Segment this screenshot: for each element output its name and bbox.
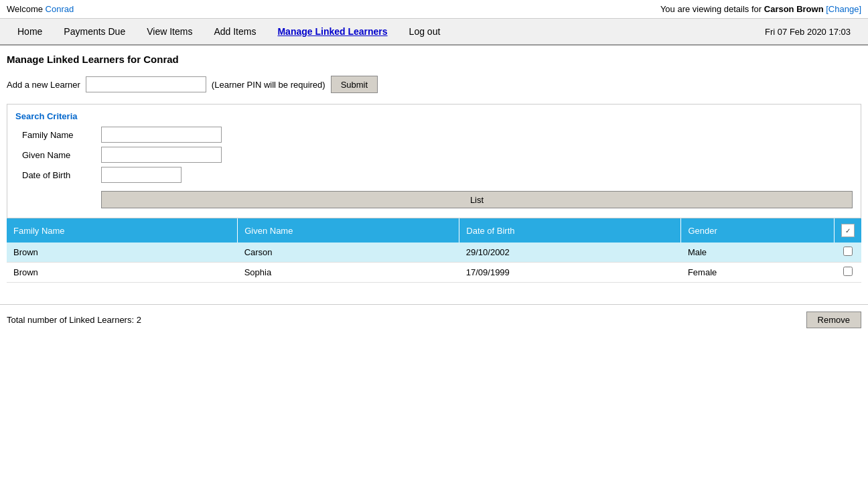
add-learner-input[interactable] [86,76,206,92]
dob-input[interactable] [101,167,182,183]
viewing-name: Carson Brown [764,4,824,14]
nav-item-view-items[interactable]: View Items [136,19,203,44]
table-body: BrownCarson29/10/2002MaleBrownSophia17/0… [7,243,861,283]
col-select: ✓ [835,218,862,243]
family-name-input[interactable] [101,127,222,143]
search-criteria-title[interactable]: Search Criteria [15,111,853,121]
cell-family_name-0: Brown [7,243,238,263]
total-learners-text: Total number of Linked Learners: 2 [7,315,141,325]
table-header: Family Name Given Name Date of Birth Gen… [7,218,861,243]
welcome-message: Welcome Conrad [7,4,74,14]
page-title: Manage Linked Learners for Conrad [7,54,861,65]
cell-checkbox-1 [835,263,862,283]
nav-item-manage-linked-learners[interactable]: Manage Linked Learners [267,19,398,44]
table-row: BrownCarson29/10/2002Male [7,243,861,263]
col-given-name: Given Name [238,218,459,243]
cell-gender-0: Male [681,243,835,263]
viewing-text: You are viewing details for [660,4,764,14]
family-name-row: Family Name [22,127,853,143]
add-learner-hint: (Learner PIN will be required) [212,80,326,90]
cell-family_name-1: Brown [7,263,238,283]
cell-gender-1: Female [681,263,835,283]
given-name-input[interactable] [101,147,222,163]
col-dob: Date of Birth [459,218,681,243]
nav-bar: Home Payments Due View Items Add Items M… [0,19,868,46]
user-link[interactable]: Conrad [46,4,74,14]
cell-given_name-1: Sophia [238,263,459,283]
footer: Total number of Linked Learners: 2 Remov… [0,304,868,335]
row-checkbox-0[interactable] [843,247,853,256]
dob-label: Date of Birth [22,170,96,180]
list-button[interactable]: List [101,191,853,208]
datetime-display: Fri 07 Feb 2020 17:03 [754,20,861,44]
remove-button[interactable]: Remove [806,312,861,328]
change-link[interactable]: [Change] [826,4,861,14]
search-criteria-section: Search Criteria Family Name Given Name D… [7,104,861,218]
cell-checkbox-0 [835,243,862,263]
criteria-form: Family Name Given Name Date of Birth Lis… [15,127,853,208]
submit-button[interactable]: Submit [331,76,378,93]
nav-item-payments-due[interactable]: Payments Due [53,19,136,44]
col-gender: Gender [681,218,835,243]
row-checkbox-1[interactable] [843,267,853,276]
dob-row: Date of Birth [22,167,853,183]
given-name-label: Given Name [22,150,96,160]
cell-given_name-0: Carson [238,243,459,263]
add-learner-label: Add a new Learner [7,80,80,90]
cell-dob-1: 17/09/1999 [459,263,681,283]
cell-dob-0: 29/10/2002 [459,243,681,263]
family-name-label: Family Name [22,130,96,140]
table-row: BrownSophia17/09/1999Female [7,263,861,283]
export-icon[interactable]: ✓ [841,224,855,237]
nav-item-log-out[interactable]: Log out [399,19,451,44]
top-bar: Welcome Conrad You are viewing details f… [0,0,868,19]
nav-item-add-items[interactable]: Add Items [203,19,267,44]
col-family-name: Family Name [7,218,238,243]
page-content: Manage Linked Learners for Conrad Add a … [0,46,868,291]
nav-item-home[interactable]: Home [7,19,53,44]
welcome-prefix: Welcome [7,4,46,14]
viewing-info: You are viewing details for Carson Brown… [660,4,861,14]
given-name-row: Given Name [22,147,853,163]
results-table: Family Name Given Name Date of Birth Gen… [7,218,861,283]
add-learner-row: Add a new Learner (Learner PIN will be r… [7,76,861,93]
